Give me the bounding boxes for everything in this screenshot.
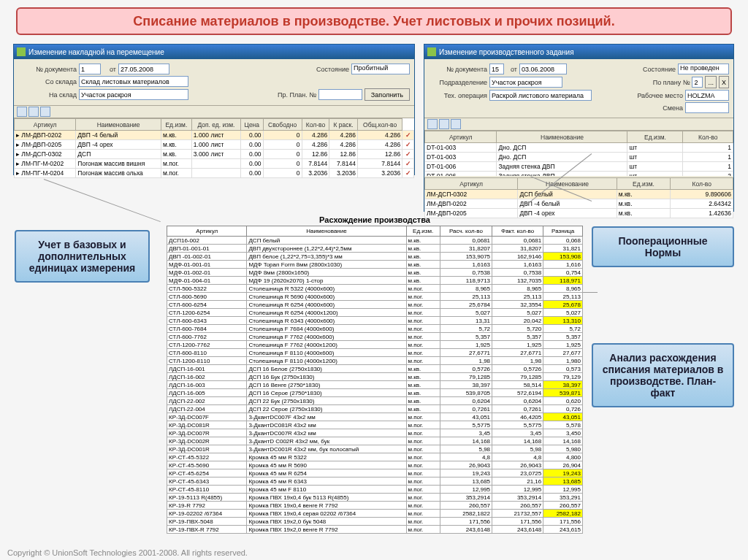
col-header[interactable]: Расч. кол-во <box>440 226 492 237</box>
table-row[interactable]: СТЛ-600-8110Столешница F 8110 (4000x600)… <box>167 349 583 357</box>
doc-no-input[interactable] <box>79 64 101 74</box>
table-row[interactable]: СТЛ-600-6343Столешница R 6343 (4000x600)… <box>167 317 583 325</box>
table-row[interactable]: КР-19-ПВХ-R 7792Кромка ПВХ 19x2,0 венге … <box>167 526 583 534</box>
table-row[interactable]: СТЛ-600-5690Столешница R 5690 (4000x600)… <box>167 293 583 301</box>
col-header[interactable]: Кол-во <box>683 131 733 143</box>
col-header[interactable]: Факт. кол-во <box>492 226 543 237</box>
shift-input[interactable] <box>685 102 729 113</box>
table-row[interactable]: КР-3Д-DC007F3-ДкантDC007F 43x2 ммм.пог.4… <box>167 413 583 421</box>
table-row[interactable]: КР-3Д-DC081R3-ДкантDC081R 43x2 ммм.пог.5… <box>167 421 583 429</box>
table-row[interactable]: ▸ ЛМ-ДСП-0302ДСПм.кв.3.000 лист0.00012.8… <box>15 150 414 159</box>
table-row[interactable]: СТЛ-600-7762Столешница F 7762 (4000x600)… <box>167 333 583 341</box>
tool-icon[interactable] <box>451 119 461 129</box>
table-row[interactable]: ЛМ-ДСП-0302ДСП белыйм.кв.9.890606 <box>425 190 733 199</box>
tool-icon[interactable] <box>40 107 50 117</box>
plan2-input[interactable] <box>692 77 703 88</box>
table-row[interactable]: КР-3Д-DC002R3-ДкантD C002R 43x2 мм, букм… <box>167 437 583 445</box>
table-row[interactable]: МДФ-01-004-01МДФ 19 (2620x2070) 1-сторм.… <box>167 277 583 285</box>
plan-x-button[interactable]: X <box>719 76 729 88</box>
table-row[interactable]: СТЛ-1200-8110Столешница F 8110 (4000x120… <box>167 357 583 365</box>
table-row[interactable]: СТЛ-600-7684Столешница F 7684 (4000x600)… <box>167 325 583 333</box>
fill-button[interactable]: Заполнить <box>365 88 410 101</box>
col-header[interactable]: Наименование <box>497 131 627 143</box>
table-row[interactable]: КР-СТ-45-5322Кромка 45 мм R 5322м.пог.4,… <box>167 453 583 461</box>
table-row[interactable]: DT-01-003Дно. ДСПшт1 <box>425 153 733 162</box>
table-row[interactable]: ▸ ЛМ-ДВП-0202ДВП -4 белыйм.кв.1.000 лист… <box>15 131 414 140</box>
table-row[interactable]: ДСП16-002ДСП белыйм.кв.0,06810,06810,068 <box>167 237 583 245</box>
op-input[interactable] <box>489 90 592 101</box>
table-row[interactable]: КР-СТ-45-6254Кромка 45 мм R 6254м.пог.19… <box>167 469 583 477</box>
col-header[interactable]: Наименование <box>518 178 617 190</box>
table-row[interactable]: ▸ ЛМ-ПГ-М-0202Погонаж массив вишням.пог.… <box>15 159 414 169</box>
table-row[interactable]: ЛМ-ДВП-0202ДВП -4 белыйм.кв.2.64342 <box>425 199 733 209</box>
table-row[interactable]: КР-3Д-DC001R3-ДкантDC001R 43x2 мм, бук п… <box>167 445 583 453</box>
table-row[interactable]: КР-СТ-45-6343Кромка 45 мм R 6343м.пог.13… <box>167 477 583 486</box>
col-header[interactable]: Ед.изм. <box>161 119 191 131</box>
tool-icon[interactable] <box>439 119 449 129</box>
callout-units: Учет в базовых и дополнительных единицах… <box>15 230 150 283</box>
col-header[interactable]: Доп. ед. изм. <box>191 119 240 131</box>
table-row[interactable]: МДФ-01-001-01МДФ Topan Form 8мм (2800x10… <box>167 261 583 269</box>
table-row[interactable]: КР-СТ-45-5690Кромка 45 мм R 5690м.пог.26… <box>167 461 583 469</box>
dept-input[interactable] <box>489 77 562 88</box>
table-row[interactable]: DT-01-003Дно. ДСПшт1 <box>425 143 733 153</box>
tool-icon[interactable] <box>427 119 438 129</box>
table-row[interactable]: МДФ-01-002-01МДФ 8мм (2800x1650)м.кв.0,7… <box>167 269 583 277</box>
col-header[interactable]: Артикул <box>425 178 518 190</box>
table-row[interactable]: СТЛ-1200-6254Столешница R 6254 (4000x120… <box>167 309 583 317</box>
table-row[interactable]: КР-19-ПВХ-5048Кромка ПВХ 19x2,0 бук 5048… <box>167 518 583 526</box>
output-grid[interactable]: АртикулНаименованиеЕд.изм.Кол-воDT-01-00… <box>424 131 733 176</box>
table-row[interactable]: СТЛ-1200-7762Столешница F 7762 (4000x120… <box>167 341 583 349</box>
col-header[interactable]: Кол-во <box>302 119 329 131</box>
table-row[interactable]: ДВП-01-001-01ДВП двухстороннее (1,22*2,4… <box>167 245 583 253</box>
to-wh-input[interactable] <box>79 89 188 100</box>
table-row[interactable]: ЛДСП-22-002ДСП 22 Бук (2750x1830)м.кв.0,… <box>167 397 583 405</box>
discrepancy-table[interactable]: АртикулНаименованиеЕд.изм.Расч. кол-воФа… <box>167 226 583 534</box>
materials-grid[interactable]: АртикулНаименованиеЕд.изм.Доп. ед. изм.Ц… <box>14 118 414 178</box>
col-header[interactable]: Наименование <box>247 226 406 237</box>
table-row[interactable]: КР-19-5113 R(4855)Кромка ПВХ 19x0,4 бук … <box>167 494 583 502</box>
table-row[interactable]: СТЛ-500-5322Столешница R 5322 (4000x600)… <box>167 285 583 293</box>
col-header[interactable]: Артикул <box>15 119 76 131</box>
col-header[interactable]: Свободно <box>263 119 302 131</box>
col-header[interactable]: Ед.изм. <box>627 131 683 143</box>
titlebar[interactable]: Изменение производственного задания <box>424 45 733 59</box>
table-row[interactable]: КР-СТ-45-8110Кромка 45 мм F 8110м.пог.12… <box>167 486 583 494</box>
col-header[interactable]: Кол-во <box>671 178 733 190</box>
date-input[interactable] <box>519 64 567 74</box>
table-row[interactable]: ▸ ЛМ-ПГ-М-0204Погонаж массив ольхам.пог.… <box>15 169 414 178</box>
report-title: Расхождение производства <box>167 215 583 224</box>
col-header[interactable]: Артикул <box>425 131 497 143</box>
table-row[interactable]: ЛДСП-16-002ДСП 16 Бук (2750x1830)м.кв.79… <box>167 373 583 381</box>
col-header[interactable]: Артикул <box>167 226 247 237</box>
tool-icon[interactable] <box>17 107 27 117</box>
callout-analysis: Анализ расхождения списания материалов в… <box>592 343 734 407</box>
col-header[interactable]: Цена <box>241 119 264 131</box>
table-row[interactable]: ЛДСП-16-001ДСП 16 Белое (2750x1830)м.кв.… <box>167 365 583 373</box>
col-header[interactable]: К раск. <box>329 119 358 131</box>
table-row[interactable]: КР-19-R 7792Кромка ПВХ 19x0,4 венге R 77… <box>167 502 583 510</box>
table-row[interactable]: СТЛ-600-6254Столешница R 6254 (4000x600)… <box>167 301 583 309</box>
date-input[interactable] <box>118 64 169 74</box>
col-header[interactable]: Разница <box>543 226 583 237</box>
col-header[interactable]: Общ.кол-во <box>357 119 402 131</box>
doc-no-input[interactable] <box>489 64 504 74</box>
table-row[interactable]: ▸ ЛМ-ДВП-0205ДВП -4 орехм.кв.1.000 лист0… <box>15 140 414 150</box>
input-grid[interactable]: АртикулНаименованиеЕд.изм.Кол-воЛМ-ДСП-0… <box>424 177 733 218</box>
tool-icon[interactable] <box>28 107 39 117</box>
table-row[interactable]: КР-3Д-DC007R3-ДкантDC007R 43x2 ммм.пог.3… <box>167 429 583 437</box>
titlebar[interactable]: Изменение накладной на перемещение <box>14 45 414 59</box>
table-row[interactable]: DT-01-006Задняя стенка ДВПшт2 <box>425 172 733 177</box>
table-row[interactable]: ЛДСП-16-005ДСП 16 Серое (2750*1830)м.кв.… <box>167 389 583 397</box>
plan-clear-button[interactable]: ... <box>705 76 717 88</box>
place-input[interactable] <box>685 90 729 101</box>
table-row[interactable]: ЛДСП-22-004ДСП 22 Серое (2750x1830)м.кв.… <box>167 405 583 413</box>
col-header[interactable]: Наименование <box>76 119 161 131</box>
table-row[interactable]: ЛДСП-16-003ДСП 16 Венге (2750*1830)м.кв.… <box>167 381 583 389</box>
table-row[interactable]: КР-19-02202 /67364Кромка ПВХ 19x0,4 сера… <box>167 510 583 518</box>
col-header[interactable]: Ед.изм. <box>406 226 440 237</box>
table-row[interactable]: ДВП -01-002-01ДВП белое (1,22*2,75=3,355… <box>167 253 583 261</box>
from-wh-input[interactable] <box>79 76 188 87</box>
col-header[interactable]: Ед.изм. <box>617 178 671 190</box>
plan-input[interactable] <box>318 89 362 100</box>
